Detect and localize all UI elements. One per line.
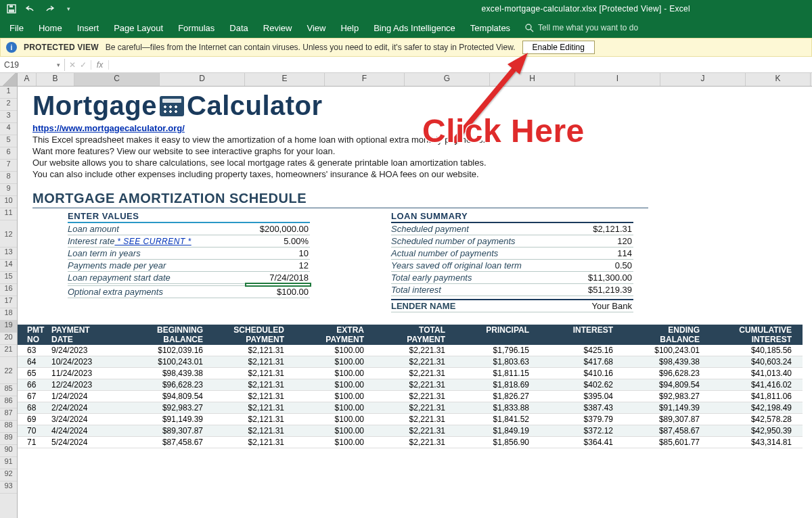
see-current-link[interactable]: * SEE CURRENT *: [114, 237, 191, 246]
table-cell: $1,856.90: [449, 437, 533, 448]
row-header[interactable]: 85: [0, 384, 17, 396]
kv-value[interactable]: 12: [244, 260, 310, 271]
table-row[interactable]: 682/24/2024$92,983.27$2,121.31$100.00$2,…: [18, 402, 803, 414]
col-G[interactable]: G: [405, 73, 490, 86]
search-placeholder: Tell me what you want to do: [538, 23, 638, 32]
kv-value[interactable]: 10: [244, 248, 310, 259]
table-header: PRINCIPAL: [449, 325, 533, 345]
row-header[interactable]: 9: [0, 184, 17, 196]
row-header[interactable]: 18: [0, 308, 17, 321]
row-header[interactable]: 6: [0, 147, 17, 160]
quick-access-toolbar: ▾: [0, 0, 80, 18]
row-header[interactable]: 87: [0, 408, 17, 421]
select-all-button[interactable]: [0, 73, 18, 86]
col-E[interactable]: E: [245, 73, 325, 86]
tab-page-layout[interactable]: Page Layout: [114, 23, 163, 33]
table-row[interactable]: 693/24/2024$91,149.39$2,121.31$100.00$2,…: [18, 414, 803, 425]
row-header[interactable]: 20: [0, 333, 17, 345]
row-header[interactable]: 93: [0, 481, 17, 494]
row-header[interactable]: 22: [0, 357, 17, 384]
col-J[interactable]: J: [660, 73, 746, 86]
selected-cell[interactable]: [245, 283, 311, 287]
table-row[interactable]: 6511/24/2023$98,439.38$2,121.31$100.00$2…: [18, 368, 803, 379]
col-K[interactable]: K: [746, 73, 811, 86]
kv-value[interactable]: $100.00: [244, 286, 310, 298]
row-header[interactable]: 5: [0, 135, 17, 147]
sheet-content[interactable]: Mortgage Calculator https://www.mortgage…: [18, 87, 812, 518]
intro-line: Want more features? View our website to …: [32, 146, 335, 156]
table-row[interactable]: 639/24/2023$102,039.16$2,121.31$100.00$2…: [18, 345, 803, 356]
table-cell: $2,121.31: [207, 414, 288, 425]
row-header[interactable]: 89: [0, 433, 17, 445]
tab-view[interactable]: View: [307, 23, 325, 33]
col-I[interactable]: I: [575, 73, 660, 86]
tab-help[interactable]: Help: [340, 23, 359, 33]
cancel-icon[interactable]: ✕: [69, 60, 76, 70]
row-header[interactable]: 19: [0, 321, 17, 333]
row-header[interactable]: 16: [0, 284, 17, 296]
row-header[interactable]: 13: [0, 248, 17, 260]
table-cell: $41,811.06: [704, 391, 796, 402]
lender-value[interactable]: Your Bank: [525, 300, 633, 312]
fx-icon[interactable]: fx: [91, 60, 109, 70]
enter-icon[interactable]: ✓: [80, 60, 87, 70]
row-header[interactable]: 4: [0, 123, 17, 135]
row-header[interactable]: 12: [0, 220, 17, 248]
kv-value[interactable]: 7/24/2018: [244, 272, 310, 283]
tab-data[interactable]: Data: [229, 23, 248, 33]
col-F[interactable]: F: [325, 73, 405, 86]
table-row[interactable]: 715/24/2024$87,458.67$2,121.31$100.00$2,…: [18, 437, 803, 448]
row-header[interactable]: 21: [0, 345, 17, 357]
tab-file[interactable]: File: [9, 23, 24, 33]
website-link[interactable]: https://www.mortgagecalculator.org/: [32, 123, 185, 133]
tab-templates[interactable]: Templates: [470, 23, 510, 33]
tab-insert[interactable]: Insert: [77, 23, 99, 33]
table-cell: 65: [18, 368, 47, 379]
col-D[interactable]: D: [160, 73, 245, 86]
row-header[interactable]: 11: [0, 208, 17, 220]
row-header[interactable]: 15: [0, 272, 17, 284]
protected-view-title: PROTECTED VIEW: [24, 43, 99, 52]
table-row[interactable]: 704/24/2024$89,307.87$2,121.31$100.00$2,…: [18, 425, 803, 437]
row-header[interactable]: 91: [0, 457, 17, 469]
row-header[interactable]: 86: [0, 396, 17, 408]
enable-editing-button[interactable]: Enable Editing: [522, 41, 595, 54]
table-row[interactable]: 671/24/2024$94,809.54$2,121.31$100.00$2,…: [18, 391, 803, 402]
row-header[interactable]: 88: [0, 421, 17, 433]
table-cell: $2,221.31: [368, 425, 449, 436]
formula-input[interactable]: [109, 64, 812, 66]
row-header[interactable]: 92: [0, 469, 17, 481]
row-header[interactable]: 14: [0, 260, 17, 272]
col-B[interactable]: B: [37, 73, 74, 86]
undo-icon[interactable]: [24, 3, 37, 15]
row-header[interactable]: 7: [0, 160, 17, 172]
table-header: TOTALPAYMENT: [368, 325, 449, 345]
table-row[interactable]: 6410/24/2023$100,243.01$2,121.31$100.00$…: [18, 356, 803, 368]
name-box[interactable]: C19 ▾: [0, 59, 65, 71]
kv-value[interactable]: $200,000.00: [244, 223, 310, 235]
row-header[interactable]: 1: [0, 87, 17, 99]
col-A[interactable]: A: [18, 73, 37, 86]
col-C[interactable]: C: [74, 73, 160, 86]
qat-dropdown-icon[interactable]: ▾: [62, 3, 74, 15]
col-H[interactable]: H: [490, 73, 575, 86]
redo-icon[interactable]: [43, 3, 55, 15]
save-icon[interactable]: [5, 3, 18, 15]
table-header: EXTRAPAYMENT: [288, 325, 368, 345]
tab-home[interactable]: Home: [39, 23, 62, 33]
row-header[interactable]: 3: [0, 111, 17, 123]
tab-bing-ads[interactable]: Bing Ads Intelligence: [374, 23, 455, 33]
row-header[interactable]: 2: [0, 99, 17, 111]
tell-me-search[interactable]: Tell me what you want to do: [525, 23, 638, 32]
table-row[interactable]: 6612/24/2023$96,628.23$2,121.31$100.00$2…: [18, 379, 803, 391]
row-header[interactable]: 90: [0, 445, 17, 457]
tab-review[interactable]: Review: [263, 23, 292, 33]
row-header[interactable]: 10: [0, 196, 17, 208]
row-header[interactable]: 8: [0, 172, 17, 184]
table-cell: $379.79: [533, 414, 617, 425]
kv-value[interactable]: 5.00%: [244, 235, 310, 247]
row-header[interactable]: 17: [0, 296, 17, 308]
chevron-down-icon[interactable]: ▾: [57, 62, 60, 68]
tab-formulas[interactable]: Formulas: [178, 23, 215, 33]
table-cell: $2,121.31: [207, 368, 288, 379]
